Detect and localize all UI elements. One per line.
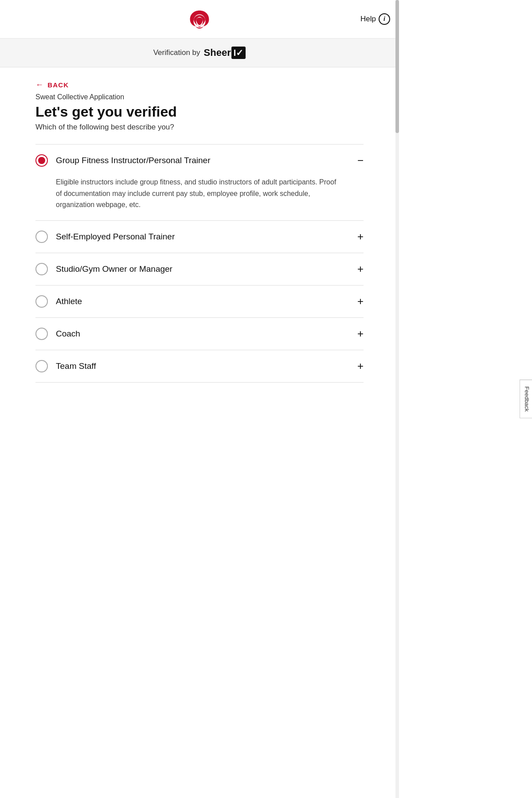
expand-icon-self-employed[interactable]: + <box>357 231 364 242</box>
expand-icon-team-staff[interactable]: + <box>357 361 364 372</box>
option-label-studio-gym: Studio/Gym Owner or Manager <box>56 264 172 274</box>
option-row-studio-gym[interactable]: Studio/Gym Owner or Manager + <box>35 253 364 285</box>
option-item-group-fitness: Group Fitness Instructor/Personal Traine… <box>35 145 364 221</box>
sheerid-badge: I✓ <box>231 47 246 59</box>
main-content: ← BACK Sweat Collective Application Let'… <box>0 67 399 400</box>
radio-group-fitness[interactable] <box>35 154 48 167</box>
radio-team-staff[interactable] <box>35 360 48 372</box>
collapse-icon-group-fitness[interactable]: − <box>357 155 364 166</box>
lululemon-logo <box>186 8 213 30</box>
option-description-group-fitness: Eligible instructors include group fitne… <box>35 176 337 220</box>
radio-inner-group-fitness <box>38 157 45 164</box>
option-left-group-fitness: Group Fitness Instructor/Personal Traine… <box>35 154 210 167</box>
scrollbar-track[interactable] <box>395 0 399 798</box>
radio-athlete[interactable] <box>35 295 48 308</box>
option-label-coach: Coach <box>56 329 80 339</box>
option-item-team-staff: Team Staff + <box>35 350 364 383</box>
scrollbar-thumb[interactable] <box>395 0 399 133</box>
option-item-studio-gym: Studio/Gym Owner or Manager + <box>35 253 364 286</box>
option-row-athlete[interactable]: Athlete + <box>35 286 364 317</box>
help-label: Help <box>360 15 376 23</box>
verification-text: Verification by <box>153 48 200 57</box>
expand-icon-studio-gym[interactable]: + <box>357 264 364 274</box>
option-row-coach[interactable]: Coach + <box>35 318 364 350</box>
option-label-team-staff: Team Staff <box>56 361 96 371</box>
option-row-team-staff[interactable]: Team Staff + <box>35 350 364 382</box>
option-left-coach: Coach <box>35 328 80 340</box>
option-left-team-staff: Team Staff <box>35 360 96 372</box>
option-label-athlete: Athlete <box>56 297 82 306</box>
option-left-self-employed: Self-Employed Personal Trainer <box>35 231 175 243</box>
sheerid-logo: SheerI✓ <box>204 47 246 59</box>
page-description: Which of the following best describe you… <box>35 123 364 132</box>
back-label: BACK <box>47 81 69 89</box>
page-subtitle: Sweat Collective Application <box>35 93 364 101</box>
radio-coach[interactable] <box>35 328 48 340</box>
back-link[interactable]: ← BACK <box>35 81 364 89</box>
option-left-studio-gym: Studio/Gym Owner or Manager <box>35 263 172 275</box>
page-header: Help i <box>0 0 399 39</box>
expand-icon-coach[interactable]: + <box>357 329 364 339</box>
option-label-group-fitness: Group Fitness Instructor/Personal Traine… <box>56 156 210 165</box>
option-item-coach: Coach + <box>35 318 364 350</box>
info-icon: i <box>379 13 390 25</box>
option-left-athlete: Athlete <box>35 295 82 308</box>
options-list: Group Fitness Instructor/Personal Traine… <box>35 145 364 383</box>
radio-studio-gym[interactable] <box>35 263 48 275</box>
verification-bar: Verification by SheerI✓ <box>0 39 399 67</box>
option-row-self-employed[interactable]: Self-Employed Personal Trainer + <box>35 221 364 253</box>
radio-self-employed[interactable] <box>35 231 48 243</box>
option-item-athlete: Athlete + <box>35 286 364 318</box>
option-label-self-employed: Self-Employed Personal Trainer <box>56 232 175 242</box>
back-arrow-icon: ← <box>35 81 44 89</box>
help-button[interactable]: Help i <box>360 13 390 25</box>
option-row-group-fitness[interactable]: Group Fitness Instructor/Personal Traine… <box>35 145 364 176</box>
page-title: Let's get you verified <box>35 104 364 120</box>
option-item-self-employed: Self-Employed Personal Trainer + <box>35 221 364 253</box>
expand-icon-athlete[interactable]: + <box>357 296 364 307</box>
sheerid-brand: Sheer <box>204 47 231 59</box>
